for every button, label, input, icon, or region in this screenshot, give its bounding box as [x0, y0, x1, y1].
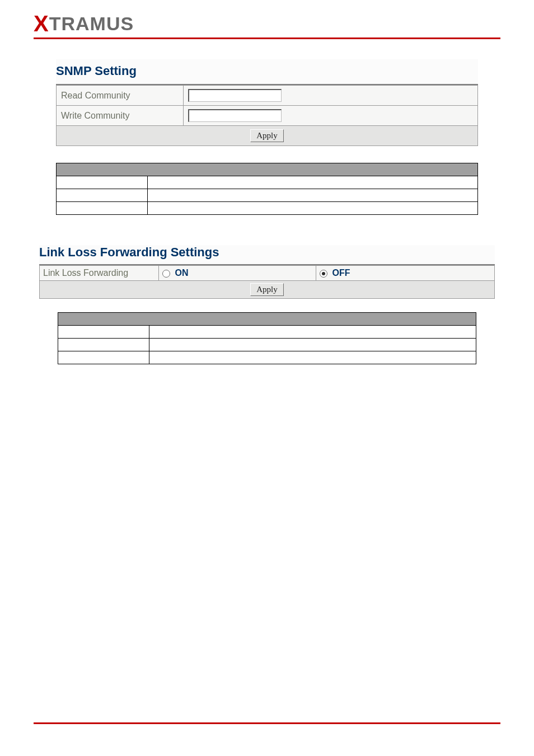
snmp-desc-r1c2: [148, 176, 478, 189]
snmp-title: SNMP Setting: [56, 59, 478, 85]
llf-desc-r1c2: [149, 326, 476, 339]
snmp-apply-row: Apply: [57, 126, 478, 146]
llf-on-cell[interactable]: ON: [159, 266, 316, 281]
llf-on-label: ON: [175, 268, 188, 278]
snmp-desc-table: [56, 163, 478, 215]
read-community-cell: [184, 86, 478, 106]
snmp-desc-r3c1: [57, 202, 148, 215]
llf-off-cell[interactable]: OFF: [316, 266, 495, 281]
llf-desc-header: [58, 313, 476, 326]
snmp-desc-r2c1: [57, 189, 148, 202]
llf-off-label: OFF: [332, 268, 350, 278]
write-community-cell: [184, 106, 478, 126]
brand-logo: XTRAMUS: [34, 10, 500, 37]
llf-section: Link Loss Forwarding Settings Link Loss …: [39, 245, 495, 364]
llf-title: Link Loss Forwarding Settings: [39, 245, 495, 265]
llf-apply-button[interactable]: Apply: [250, 283, 284, 296]
llf-desc-table: [58, 312, 477, 364]
llf-desc-r2c1: [58, 339, 149, 351]
header-rule: [34, 37, 500, 39]
read-community-label: Read Community: [57, 86, 184, 106]
snmp-table: Read Community Write Community Apply: [56, 85, 478, 146]
llf-on-radio[interactable]: [162, 270, 170, 278]
snmp-desc-r2c2: [148, 189, 478, 202]
llf-desc-r3c1: [58, 351, 149, 364]
snmp-desc-header: [57, 163, 478, 176]
footer-rule: [34, 722, 500, 724]
llf-row-label: Link Loss Forwarding: [40, 266, 159, 281]
snmp-apply-button[interactable]: Apply: [250, 129, 284, 142]
llf-table: Link Loss Forwarding ON OFF Apply: [39, 265, 495, 299]
llf-desc-r1c1: [58, 326, 149, 339]
llf-apply-row: Apply: [40, 281, 495, 299]
llf-off-radio[interactable]: [320, 270, 327, 278]
snmp-desc-r3c2: [148, 202, 478, 215]
read-community-input[interactable]: [188, 89, 282, 102]
brand-rest: TRAMUS: [49, 13, 134, 34]
llf-desc-r3c2: [149, 351, 476, 364]
brand-x: X: [34, 11, 49, 36]
snmp-section: SNMP Setting Read Community Write Commun…: [56, 59, 478, 215]
brand-text: XTRAMUS: [34, 10, 134, 35]
llf-desc-r2c2: [149, 339, 476, 351]
snmp-desc-r1c1: [57, 176, 148, 189]
write-community-input[interactable]: [188, 109, 282, 122]
write-community-label: Write Community: [57, 106, 184, 126]
